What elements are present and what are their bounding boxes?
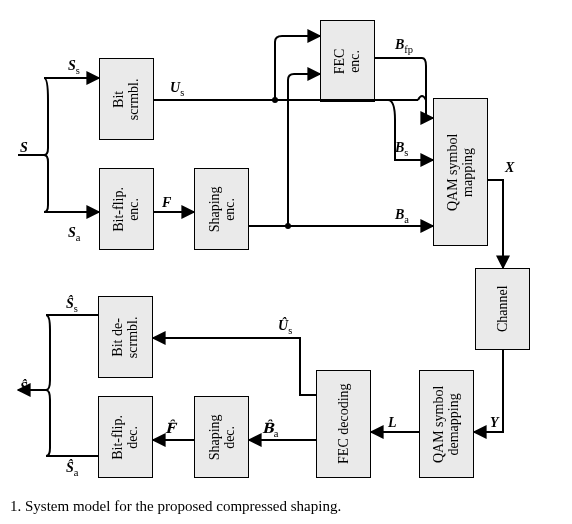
block-channel-label: Channel <box>495 286 510 333</box>
label-F: F <box>162 195 171 211</box>
label-Sa: Sa <box>68 225 80 243</box>
label-Bfp: Bfp <box>395 37 413 55</box>
label-S-hat: Ŝ <box>20 380 28 396</box>
block-channel: Channel <box>475 268 530 350</box>
block-shaping-enc-label: Shaping enc. <box>206 186 237 232</box>
block-bit-scrmbl: Bit scrmbl. <box>99 58 154 140</box>
block-bit-descrmbl-label: Bit de- scrmbl. <box>110 316 141 358</box>
svg-point-1 <box>285 223 291 229</box>
label-Sa-hat: Ŝa <box>66 460 78 478</box>
label-L: L <box>388 415 397 431</box>
label-Us-hat: Ûs <box>278 318 292 336</box>
label-Ba-hat: B̂a <box>262 420 279 439</box>
wires <box>0 0 572 524</box>
label-Ss: Ss <box>68 58 80 76</box>
block-bitflip-dec-label: Bit-flip. dec. <box>110 415 141 460</box>
svg-point-0 <box>272 97 278 103</box>
label-Ba: Ba <box>395 207 409 225</box>
block-fec-dec-label: FEC decoding <box>336 384 351 465</box>
label-Y: Y <box>490 415 499 431</box>
block-qam-map: QAM symbol mapping <box>433 98 488 246</box>
label-X: X <box>505 160 514 176</box>
block-bitflip-dec: Bit-flip. dec. <box>98 396 153 478</box>
block-shaping-dec: Shaping dec. <box>194 396 249 478</box>
label-S: S <box>20 140 28 156</box>
figure-caption: 1. System model for the proposed compres… <box>10 498 341 515</box>
block-qam-demap: QAM symbol demapping <box>419 370 474 478</box>
block-bit-scrmbl-label: Bit scrmbl. <box>111 78 142 120</box>
label-Us: Us <box>170 80 184 98</box>
block-shaping-enc: Shaping enc. <box>194 168 249 250</box>
block-qam-map-label: QAM symbol mapping <box>445 133 476 210</box>
block-fec-enc: FEC enc. <box>320 20 375 102</box>
label-Bs: Bs <box>395 140 408 158</box>
block-bitflip-enc-label: Bit-flip. enc. <box>111 187 142 232</box>
label-Ss-hat: Ŝs <box>66 296 78 314</box>
block-bitflip-enc: Bit-flip. enc. <box>99 168 154 250</box>
label-F-hat: F̂ <box>165 420 175 437</box>
block-shaping-dec-label: Shaping dec. <box>206 414 237 460</box>
block-fec-dec: FEC decoding <box>316 370 371 478</box>
block-fec-enc-label: FEC enc. <box>332 48 363 74</box>
diagram-canvas: Bit scrmbl. Bit-flip. enc. Shaping enc. … <box>0 0 572 524</box>
block-qam-demap-label: QAM symbol demapping <box>431 385 462 462</box>
block-bit-descrmbl: Bit de- scrmbl. <box>98 296 153 378</box>
